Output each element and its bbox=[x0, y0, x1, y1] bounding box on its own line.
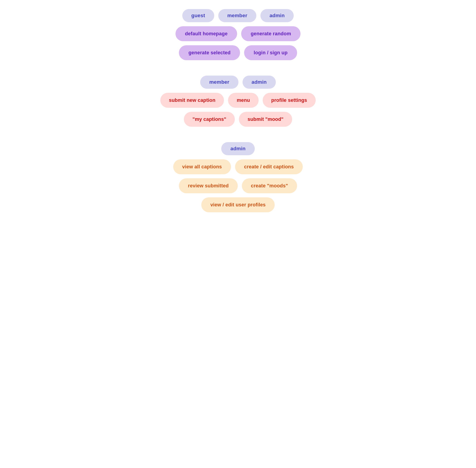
guest-section: guest member admin default homepage gene… bbox=[136, 9, 340, 64]
guest-roles-row: guest member admin bbox=[182, 9, 294, 22]
member-role-badge-guest[interactable]: member bbox=[218, 9, 256, 22]
admin-actions-row-2: review submitted create "moods" bbox=[179, 178, 297, 193]
admin-role-badge-admin[interactable]: admin bbox=[221, 142, 255, 155]
submit-new-caption-badge[interactable]: submit new caption bbox=[160, 93, 224, 108]
member-section: member admin submit new caption menu pro… bbox=[136, 76, 340, 131]
guest-features-row-1: default homepage generate random bbox=[175, 26, 301, 41]
profile-settings-badge[interactable]: profile settings bbox=[263, 93, 316, 108]
submit-mood-badge[interactable]: submit "mood" bbox=[239, 112, 292, 127]
generate-random-badge[interactable]: generate random bbox=[241, 26, 301, 41]
create-edit-captions-badge[interactable]: create / edit captions bbox=[235, 159, 303, 174]
admin-role-badge-guest[interactable]: admin bbox=[261, 9, 294, 22]
default-homepage-badge[interactable]: default homepage bbox=[175, 26, 237, 41]
review-submitted-badge[interactable]: review submitted bbox=[179, 178, 238, 193]
view-all-captions-badge[interactable]: view all captions bbox=[173, 159, 231, 174]
member-role-badge[interactable]: member bbox=[200, 76, 238, 89]
guest-role-badge[interactable]: guest bbox=[182, 9, 214, 22]
admin-section: admin view all captions create / edit ca… bbox=[136, 142, 340, 216]
create-moods-badge[interactable]: create "moods" bbox=[242, 178, 297, 193]
member-actions-row-1: submit new caption menu profile settings bbox=[160, 93, 316, 108]
admin-role-badge-member[interactable]: admin bbox=[243, 76, 276, 89]
member-actions-row-2: "my captions" submit "mood" bbox=[184, 112, 292, 127]
view-edit-user-profiles-badge[interactable]: view / edit user profiles bbox=[201, 197, 275, 212]
admin-actions-row-1: view all captions create / edit captions bbox=[173, 159, 303, 174]
admin-roles-row: admin bbox=[221, 142, 255, 155]
menu-badge[interactable]: menu bbox=[228, 93, 258, 108]
guest-features-row-2: generate selected login / sign up bbox=[179, 45, 297, 60]
member-roles-row: member admin bbox=[200, 76, 276, 89]
login-signup-badge[interactable]: login / sign up bbox=[244, 45, 297, 60]
my-captions-badge[interactable]: "my captions" bbox=[184, 112, 235, 127]
admin-actions-row-3: view / edit user profiles bbox=[201, 197, 275, 212]
generate-selected-badge[interactable]: generate selected bbox=[179, 45, 240, 60]
